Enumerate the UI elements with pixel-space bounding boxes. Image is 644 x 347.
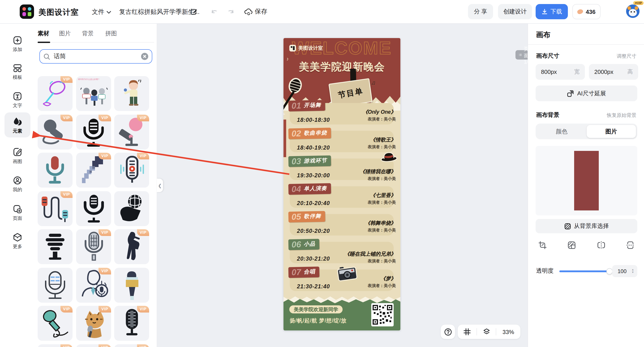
file-menu[interactable]: 文件 xyxy=(92,8,111,16)
asset-thumb-deco-mic-silhouette[interactable] xyxy=(38,229,72,264)
program-label: 06小品 xyxy=(288,239,320,250)
credits-counter[interactable]: 436 xyxy=(572,4,600,19)
create-design-button[interactable]: 创建设计 xyxy=(498,4,532,19)
add-icon xyxy=(12,35,22,45)
background-swatch xyxy=(574,151,599,210)
grid-icon[interactable] xyxy=(464,328,471,335)
search-box[interactable] xyxy=(40,49,152,64)
stepper-icons[interactable]: ▲▼ xyxy=(632,269,634,274)
asset-thumb-cat-with-mic[interactable]: VIP xyxy=(76,306,111,341)
meitu-design-studio: 美图设计室 文件 复古红棕拼贴风开学季新生... 保存 分 享 创建设计 下载 … xyxy=(0,0,644,347)
asset-thumb-gray-studio-mic[interactable]: VIP xyxy=(76,229,111,264)
layers-icon[interactable] xyxy=(482,328,490,335)
background-label: 画布背景 xyxy=(536,111,559,119)
ai-extend-button[interactable]: AI尺寸延展 xyxy=(536,86,637,101)
bean-icon xyxy=(576,8,584,15)
sidebar-item-pages[interactable]: 页面 xyxy=(4,200,30,225)
resize-link[interactable]: 调整尺寸 xyxy=(617,53,636,60)
asset-thumb-outline-studio-mic[interactable] xyxy=(38,268,72,302)
list-icon xyxy=(519,53,522,57)
background-library-button[interactable]: 从背景库选择 xyxy=(536,219,637,233)
opacity-value[interactable]: 100 ▲▼ xyxy=(612,265,637,277)
asset-thumb-vintage-grill-mic[interactable]: VIP xyxy=(114,306,149,341)
asset-thumb-round-mic-partial[interactable]: VIP xyxy=(114,344,149,347)
program-label: 04单人演奏 xyxy=(288,183,331,195)
asset-thumb-news-mic-yellow[interactable] xyxy=(114,268,149,302)
asset-thumb-reporter-avatar[interactable]: VIP xyxy=(76,268,111,302)
sidebar-item-text[interactable]: 文字 xyxy=(4,87,30,112)
restore-background-link[interactable]: 恢复原始背景 xyxy=(607,112,636,119)
crop-icon[interactable] xyxy=(538,241,547,250)
poster-title: 美美学院迎新晚会 xyxy=(284,60,400,74)
asset-thumb-pixel-radio-mic[interactable]: VIP xyxy=(114,153,149,188)
asset-thumb-hand-globe-mic[interactable] xyxy=(114,191,149,226)
poster-design[interactable]: WELCOME 美图设计室 ♪ 美美学院迎新晚会 ♫ 节目单 01开场舞 18:… xyxy=(284,38,400,330)
asset-thumb-teal-sketch-mic[interactable]: VIP xyxy=(38,306,72,341)
vip-badge: ♥VIP xyxy=(633,1,644,5)
qr-code xyxy=(371,303,394,326)
pages-icon xyxy=(12,204,22,214)
asset-thumb-singing-boy[interactable] xyxy=(114,76,149,111)
share-button[interactable]: 分 享 xyxy=(468,4,493,19)
asset-thumb-pink-round-mic[interactable]: VIP xyxy=(114,114,149,149)
sidebar-item-template[interactable]: 模板 xyxy=(4,59,30,84)
undo-icon[interactable] xyxy=(210,8,218,16)
search-input[interactable] xyxy=(53,52,138,60)
collapse-panel-handle[interactable]: ❮ xyxy=(157,179,163,192)
sidebar-item-draw[interactable]: 画图 xyxy=(4,143,30,168)
asset-grid: VIP 请问你为什么这么好看? VIP VIP VIP xyxy=(38,76,149,347)
mine-icon xyxy=(12,175,22,185)
height-input[interactable]: 2000px高 xyxy=(589,64,638,80)
asset-thumb-black-mic-partial[interactable]: VIP xyxy=(38,344,72,347)
active-tab-underline xyxy=(38,42,50,43)
zoom-level[interactable]: 33% xyxy=(496,328,520,335)
more-icon xyxy=(12,232,22,242)
redo-icon[interactable] xyxy=(226,8,235,16)
save-button[interactable]: 保存 xyxy=(244,8,267,16)
sidebar-item-add[interactable]: 添加 xyxy=(4,31,30,56)
program-label: 02歌曲串烧 xyxy=(288,128,331,139)
tab-collage[interactable]: 拼图 xyxy=(105,30,117,38)
width-input[interactable]: 800px宽 xyxy=(536,64,585,80)
asset-thumb-retro-black-mic[interactable] xyxy=(76,191,111,226)
flip-vertical-icon[interactable] xyxy=(626,241,634,250)
asset-thumb-red-mic-on-stand[interactable] xyxy=(38,153,72,188)
asset-thumb-black-cartoon-mic[interactable]: VIP xyxy=(76,114,111,149)
sidebar-item-elements[interactable]: 元素 xyxy=(4,112,30,138)
tab-backgrounds[interactable]: 背景 xyxy=(82,30,94,38)
asset-thumb-gray-handheld-mic[interactable]: VIP xyxy=(38,114,72,149)
tab-image[interactable]: 图片 xyxy=(586,125,636,138)
canvas-settings-panel: 画布 画布尺寸 调整尺寸 800px宽 2000px高 AI尺寸延展 画布背景 … xyxy=(528,23,644,347)
clear-search-icon[interactable] xyxy=(141,53,148,60)
asset-thumb-green-card-mic-partial[interactable]: VIP xyxy=(76,344,111,347)
sidebar-item-more[interactable]: 更多 xyxy=(4,228,30,254)
app-logo-icon[interactable] xyxy=(20,4,34,19)
replace-image-icon[interactable] xyxy=(568,241,576,250)
ai-resize-icon xyxy=(567,90,574,97)
rename-icon[interactable] xyxy=(190,8,198,16)
asset-thumb-neon-microphone[interactable]: VIP xyxy=(38,76,72,111)
asset-thumb-singer-silhouette[interactable]: VIP xyxy=(114,229,149,264)
elements-icon xyxy=(12,116,23,126)
program-label: 03游戏环节 xyxy=(288,155,331,167)
text-icon xyxy=(12,91,22,101)
program-row: 06小品 20:30-21:20 《睡在我上铺的兄弟》 表演者：美小美 xyxy=(284,242,400,263)
asset-thumb-pixel-mic[interactable]: VIP xyxy=(76,153,111,188)
program-row: 02歌曲串烧 18:40-19:20 《情歌王》 表演者：美小美 xyxy=(284,131,400,152)
slider-knob[interactable] xyxy=(606,268,613,274)
download-button[interactable]: 下载 xyxy=(536,4,568,19)
program-label: 01开场舞 xyxy=(288,100,325,111)
sidebar-item-mine[interactable]: 我的 xyxy=(4,172,30,196)
opacity-slider[interactable] xyxy=(559,270,610,272)
tab-images[interactable]: 图片 xyxy=(59,30,71,38)
document-title[interactable]: 复古红棕拼贴风开学季新生... xyxy=(119,8,186,16)
background-preview[interactable] xyxy=(536,146,637,215)
flip-horizontal-icon[interactable] xyxy=(597,241,605,250)
asset-thumb-audio-cable[interactable]: VIP xyxy=(38,191,72,226)
asset-thumb-interview-mics-doodle[interactable]: 请问你为什么这么好看? xyxy=(76,76,111,111)
avatar[interactable] xyxy=(626,4,640,18)
poster-footer-slogan: 扬/帆/起/航 梦/想/绽/放 xyxy=(290,317,347,324)
tab-color[interactable]: 颜色 xyxy=(537,125,586,138)
help-button[interactable] xyxy=(441,324,455,339)
tab-material[interactable]: 素材 xyxy=(38,30,49,38)
